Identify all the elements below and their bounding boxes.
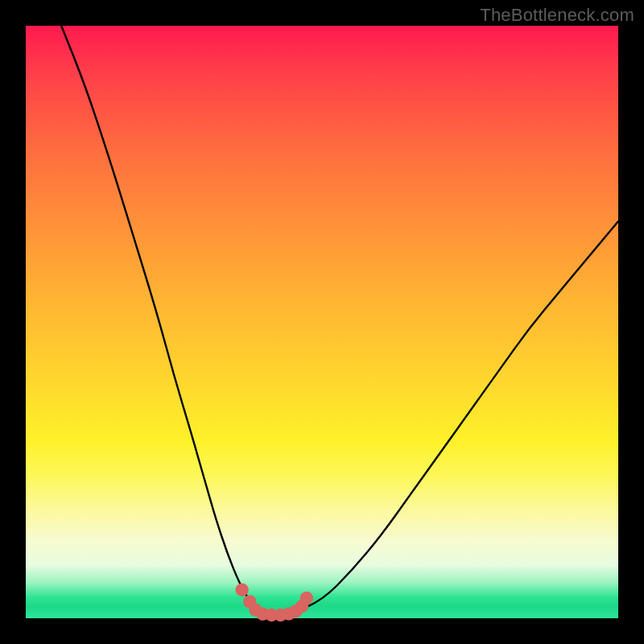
valley-marker-dot <box>235 584 248 597</box>
watermark-text: TheBottleneck.com <box>480 5 634 26</box>
valley-marker-dot <box>300 592 313 605</box>
valley-markers <box>235 584 313 622</box>
chart-svg <box>26 26 618 618</box>
outer-frame: TheBottleneck.com <box>0 0 644 644</box>
bottleneck-curve <box>61 26 618 615</box>
plot-area <box>26 26 618 618</box>
